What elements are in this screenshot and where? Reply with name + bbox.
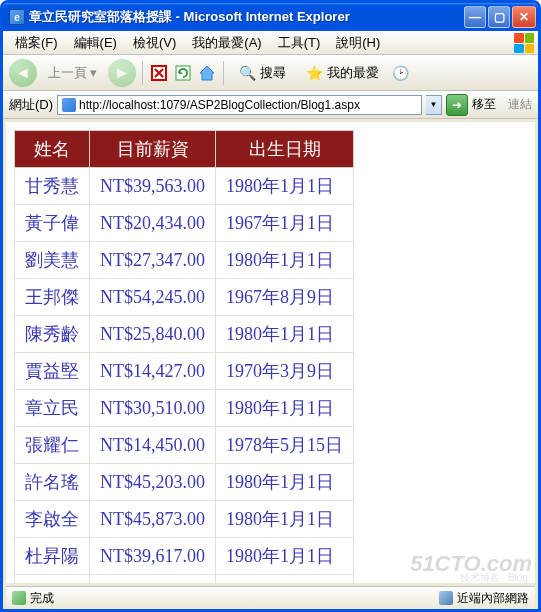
home-icon[interactable] <box>197 63 217 83</box>
zone-icon <box>439 591 453 605</box>
table-row: 賈益堅NT$14,427.001970年3月9日 <box>15 353 354 390</box>
url-input[interactable] <box>79 98 417 112</box>
windows-logo-icon <box>514 33 534 53</box>
table-cell: 1980年1月1日 <box>216 168 354 205</box>
content-area: 姓名目前薪資出生日期 甘秀慧NT$39,563.001980年1月1日黃子偉NT… <box>6 122 535 583</box>
back-button[interactable]: ◄ <box>9 59 37 87</box>
search-button[interactable]: 🔍搜尋 <box>230 59 293 87</box>
window-title: 章立民研究室部落格授課 - Microsoft Internet Explore… <box>29 8 464 26</box>
table-row: 章立民NT$43,162.001980年1月1日 <box>15 575 354 584</box>
table-row: 章立民NT$30,510.001980年1月1日 <box>15 390 354 427</box>
go-button[interactable]: ➜ <box>446 94 468 116</box>
table-cell: 黃子偉 <box>15 205 90 242</box>
table-cell: 章立民 <box>15 575 90 584</box>
table-cell: 劉美慧 <box>15 242 90 279</box>
table-cell: 甘秀慧 <box>15 168 90 205</box>
menu-view[interactable]: 檢視(V) <box>125 32 184 54</box>
column-header: 姓名 <box>15 131 90 168</box>
app-icon: e <box>9 9 25 25</box>
titlebar: e 章立民研究室部落格授課 - Microsoft Internet Explo… <box>3 3 538 31</box>
table-cell: 1980年1月1日 <box>216 390 354 427</box>
table-cell: NT$25,840.00 <box>90 316 216 353</box>
table-cell: NT$43,162.00 <box>90 575 216 584</box>
column-header: 目前薪資 <box>90 131 216 168</box>
star-icon: ⭐ <box>304 63 324 83</box>
table-cell: 1967年1月1日 <box>216 205 354 242</box>
table-cell: 1980年1月1日 <box>216 575 354 584</box>
forward-button[interactable]: ► <box>108 59 136 87</box>
table-row: 張耀仁NT$14,450.001978年5月15日 <box>15 427 354 464</box>
refresh-icon[interactable] <box>173 63 193 83</box>
table-cell: NT$20,434.00 <box>90 205 216 242</box>
table-cell: NT$45,203.00 <box>90 464 216 501</box>
table-cell: 王邦傑 <box>15 279 90 316</box>
table-row: 許名瑤NT$45,203.001980年1月1日 <box>15 464 354 501</box>
table-cell: 1970年3月9日 <box>216 353 354 390</box>
browser-window: e 章立民研究室部落格授課 - Microsoft Internet Explo… <box>0 0 541 612</box>
stop-icon[interactable] <box>149 63 169 83</box>
table-cell: 李啟全 <box>15 501 90 538</box>
table-row: 黃子偉NT$20,434.001967年1月1日 <box>15 205 354 242</box>
table-cell: 張耀仁 <box>15 427 90 464</box>
toolbar: ◄ 上一頁 ▾ ► 🔍搜尋 ⭐我的最愛 🕑 <box>3 55 538 91</box>
separator <box>142 61 143 85</box>
table-cell: NT$27,347.00 <box>90 242 216 279</box>
menu-file[interactable]: 檔案(F) <box>7 32 66 54</box>
menu-edit[interactable]: 編輯(E) <box>66 32 125 54</box>
table-cell: 1980年1月1日 <box>216 242 354 279</box>
favorites-button[interactable]: ⭐我的最愛 <box>297 59 386 87</box>
table-cell: 1980年1月1日 <box>216 464 354 501</box>
table-row: 李啟全NT$45,873.001980年1月1日 <box>15 501 354 538</box>
address-label: 網址(D) <box>9 96 53 114</box>
menu-help[interactable]: 說明(H) <box>328 32 388 54</box>
table-cell: 1980年1月1日 <box>216 316 354 353</box>
table-row: 王邦傑NT$54,245.001967年8月9日 <box>15 279 354 316</box>
table-cell: 陳秀齡 <box>15 316 90 353</box>
table-row: 劉美慧NT$27,347.001980年1月1日 <box>15 242 354 279</box>
column-header: 出生日期 <box>216 131 354 168</box>
table-row: 陳秀齡NT$25,840.001980年1月1日 <box>15 316 354 353</box>
statusbar: 完成 近端內部網路 <box>6 586 535 609</box>
table-cell: 1978年5月15日 <box>216 427 354 464</box>
table-cell: NT$39,563.00 <box>90 168 216 205</box>
search-icon: 🔍 <box>237 63 257 83</box>
go-label: 移至 <box>472 96 496 113</box>
table-cell: NT$39,617.00 <box>90 538 216 575</box>
data-table: 姓名目前薪資出生日期 甘秀慧NT$39,563.001980年1月1日黃子偉NT… <box>14 130 354 583</box>
maximize-button[interactable]: ▢ <box>488 6 510 28</box>
table-cell: 賈益堅 <box>15 353 90 390</box>
close-button[interactable]: ✕ <box>512 6 536 28</box>
menu-tools[interactable]: 工具(T) <box>270 32 329 54</box>
menu-favorites[interactable]: 我的最愛(A) <box>184 32 269 54</box>
table-cell: NT$30,510.00 <box>90 390 216 427</box>
table-row: 杜昇陽NT$39,617.001980年1月1日 <box>15 538 354 575</box>
table-cell: 章立民 <box>15 390 90 427</box>
page-icon <box>62 98 76 112</box>
table-cell: 許名瑤 <box>15 464 90 501</box>
table-cell: NT$54,245.00 <box>90 279 216 316</box>
links-label[interactable]: 連結 <box>508 96 532 113</box>
table-cell: 杜昇陽 <box>15 538 90 575</box>
table-cell: 1980年1月1日 <box>216 538 354 575</box>
table-cell: 1967年8月9日 <box>216 279 354 316</box>
table-cell: 1980年1月1日 <box>216 501 354 538</box>
status-text: 完成 <box>30 590 54 607</box>
table-row: 甘秀慧NT$39,563.001980年1月1日 <box>15 168 354 205</box>
table-cell: NT$45,873.00 <box>90 501 216 538</box>
minimize-button[interactable]: — <box>464 6 486 28</box>
address-dropdown[interactable]: ▼ <box>426 95 442 115</box>
back-label[interactable]: 上一頁 ▾ <box>41 60 104 86</box>
table-cell: NT$14,450.00 <box>90 427 216 464</box>
menubar: 檔案(F) 編輯(E) 檢視(V) 我的最愛(A) 工具(T) 說明(H) <box>3 31 538 55</box>
zone-text: 近端內部網路 <box>457 590 529 607</box>
history-icon[interactable]: 🕑 <box>390 63 410 83</box>
separator <box>223 61 224 85</box>
table-cell: NT$14,427.00 <box>90 353 216 390</box>
address-bar: 網址(D) ▼ ➜ 移至 連結 <box>3 91 538 119</box>
address-input-wrap <box>57 95 422 115</box>
done-icon <box>12 591 26 605</box>
